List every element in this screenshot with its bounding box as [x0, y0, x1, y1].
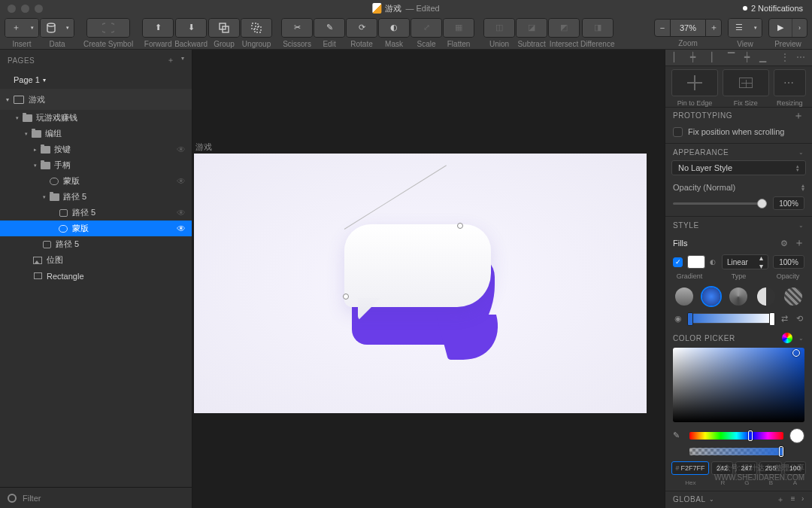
gradient-angular-icon[interactable]: [729, 287, 747, 306]
create-symbol-tool[interactable]: Create Symbol: [83, 18, 133, 48]
slider-thumb[interactable]: [757, 199, 767, 208]
blend-mode-stepper[interactable]: ▴▾: [801, 184, 804, 191]
a-input[interactable]: 100: [784, 461, 806, 475]
add-fill-icon[interactable]: ＋: [794, 236, 804, 250]
align-left-icon[interactable]: ▏: [670, 51, 683, 63]
minimize-window-icon[interactable]: [21, 5, 29, 13]
align-center-v-icon[interactable]: ┿: [740, 51, 753, 63]
zoom-window-icon[interactable]: [35, 5, 43, 13]
hue-slider[interactable]: [689, 432, 783, 440]
rotate-tool[interactable]: ⟳Rotate: [346, 18, 377, 48]
fill-swatch[interactable]: [687, 255, 705, 269]
scale-tool[interactable]: ⤢Scale: [411, 18, 442, 48]
checkbox-icon[interactable]: [673, 127, 683, 137]
layer-row[interactable]: 路径 5👁: [0, 205, 192, 221]
swatch-stepper-icon[interactable]: ◐: [710, 258, 717, 266]
union-tool[interactable]: ◫Union: [483, 18, 515, 48]
gradient-swap-icon[interactable]: ⇄: [779, 313, 789, 324]
scissors-tool[interactable]: ✂Scissors: [281, 18, 313, 48]
add-page-icon[interactable]: ＋: [167, 55, 175, 65]
chevron-down-icon[interactable]: ⌄: [798, 335, 804, 342]
mask-tool[interactable]: ◐Mask: [378, 18, 410, 48]
artboard-canvas[interactable]: [194, 154, 647, 413]
distribute-h-icon[interactable]: ⋮: [778, 51, 792, 63]
gradient-pattern-icon[interactable]: [784, 287, 802, 306]
hex-input[interactable]: #F2F7FF: [671, 461, 709, 475]
filter-bar[interactable]: Filter: [0, 487, 192, 508]
canvas-artboard-label[interactable]: 游戏: [195, 141, 212, 153]
color-mode-icon[interactable]: [782, 333, 792, 343]
chevron-down-icon[interactable]: ⌄: [798, 149, 804, 156]
add-prototype-icon[interactable]: ＋: [793, 109, 804, 123]
color-cursor[interactable]: [792, 349, 800, 357]
artboard-row[interactable]: ▾ 游戏: [0, 89, 192, 110]
difference-tool[interactable]: ◨Difference: [580, 18, 614, 48]
preview-chevron-icon[interactable]: ›: [792, 19, 807, 37]
zoom-out-button[interactable]: −: [654, 19, 671, 37]
color-field[interactable]: [673, 348, 804, 421]
layer-row[interactable]: 蒙版👁: [0, 173, 192, 189]
insert-tool[interactable]: ＋▾ Insert: [5, 18, 39, 48]
canvas[interactable]: 游戏: [192, 50, 665, 508]
visibility-icon[interactable]: 👁: [177, 176, 186, 187]
fill-opacity-input[interactable]: 100%: [773, 255, 804, 269]
intersect-tool[interactable]: ◩Intersect: [548, 18, 580, 48]
gradient-line[interactable]: [344, 165, 447, 230]
prototyping-section[interactable]: PROTOTYPING ＋: [665, 107, 812, 124]
eyedropper-icon[interactable]: ✎: [673, 430, 683, 441]
layer-row[interactable]: ▾路径 5: [0, 189, 192, 205]
gradient-handle-end[interactable]: [457, 223, 463, 229]
layer-row[interactable]: ▸按键👁: [0, 141, 192, 157]
visibility-icon[interactable]: 👁: [177, 144, 186, 155]
fills-settings-icon[interactable]: ⚙: [780, 239, 788, 248]
add-global-icon[interactable]: ＋: [777, 494, 785, 505]
opacity-input[interactable]: 100%: [773, 196, 804, 210]
close-window-icon[interactable]: [8, 5, 16, 13]
subtract-tool[interactable]: ◪Subtract: [516, 18, 547, 48]
fill-type-select[interactable]: Linear▴▾: [722, 254, 768, 269]
pages-chevron-icon[interactable]: ▾: [181, 55, 185, 65]
layer-row[interactable]: ▾编组: [0, 126, 192, 141]
fill-enabled-checkbox[interactable]: ✓: [673, 257, 683, 267]
gradient-handle-start[interactable]: [343, 294, 349, 300]
global-list-icon[interactable]: ≡: [791, 494, 795, 505]
flatten-tool[interactable]: ▦Flatten: [443, 18, 474, 48]
align-right-icon[interactable]: ▕: [701, 51, 715, 63]
b-input[interactable]: 255: [759, 461, 781, 475]
filter-settings-icon[interactable]: [8, 494, 17, 503]
visibility-icon[interactable]: 👁: [177, 224, 186, 234]
play-icon[interactable]: ▶: [769, 19, 792, 37]
fix-size-card[interactable]: Fix Size: [723, 69, 769, 107]
backward-tool[interactable]: ⬇Backward: [174, 18, 208, 48]
gradient-linear-icon[interactable]: [675, 287, 693, 306]
group-tool[interactable]: Group: [208, 18, 240, 48]
layer-row[interactable]: ▾玩游戏赚钱: [0, 110, 192, 126]
resizing-menu[interactable]: ⋯Resizing: [774, 69, 806, 107]
appearance-section[interactable]: APPEARANCE ⌄: [665, 143, 812, 160]
layer-row[interactable]: ▾手柄: [0, 157, 192, 173]
preview-tool[interactable]: ▶› Preview: [768, 18, 807, 48]
layer-style-select[interactable]: No Layer Style ▴▾: [671, 160, 806, 175]
notifications-button[interactable]: 2 Notifications: [743, 4, 803, 13]
alpha-thumb[interactable]: [779, 446, 783, 457]
r-input[interactable]: 242: [711, 461, 733, 475]
align-top-icon[interactable]: ▔: [724, 51, 738, 63]
shape-group[interactable]: [344, 224, 510, 352]
view-tool[interactable]: ☰▾ View: [728, 18, 762, 48]
data-tool[interactable]: ▾ Data: [40, 18, 74, 48]
g-input[interactable]: 247: [735, 461, 757, 475]
zoom-in-button[interactable]: ＋: [705, 19, 722, 37]
layer-row[interactable]: 路径 5: [0, 236, 192, 252]
gradient-split-icon[interactable]: [757, 287, 775, 306]
hue-thumb[interactable]: [748, 430, 753, 441]
zoom-value[interactable]: 37%: [671, 19, 705, 37]
gradient-mode-icon[interactable]: ◉: [673, 313, 683, 324]
layer-row[interactable]: Rectangle: [0, 268, 192, 284]
opacity-slider[interactable]: [673, 202, 767, 205]
ungroup-tool[interactable]: Ungroup: [241, 18, 272, 48]
layer-row-selected[interactable]: 蒙版👁: [0, 221, 192, 236]
alpha-slider[interactable]: [689, 448, 783, 455]
distribute-v-icon[interactable]: ⋯: [794, 51, 807, 63]
gradient-rotate-icon[interactable]: ⟲: [794, 313, 804, 324]
fix-scroll-row[interactable]: Fix position when scrolling: [665, 124, 812, 143]
